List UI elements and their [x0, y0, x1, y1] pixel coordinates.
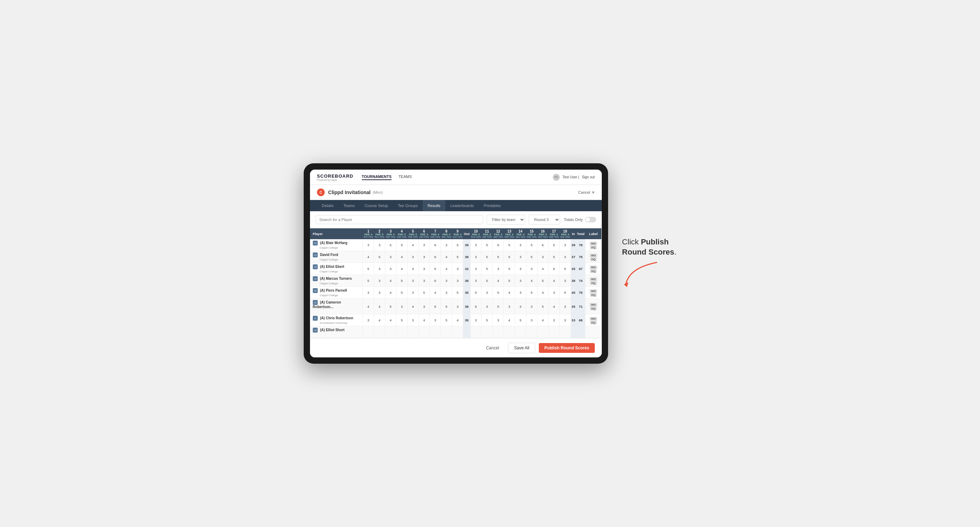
- hole-17-score[interactable]: 3: [548, 314, 560, 326]
- dq-badge[interactable]: DQ: [590, 293, 597, 297]
- totals-toggle-switch[interactable]: [585, 217, 596, 222]
- hole-2-score[interactable]: 3: [374, 275, 385, 287]
- hole-12-score[interactable]: 5: [493, 251, 504, 263]
- hole-4-score[interactable]: 4: [396, 251, 407, 263]
- hole-11-score[interactable]: 3: [481, 287, 493, 298]
- hole-1-score[interactable]: 4: [363, 298, 374, 314]
- hole-4-score[interactable]: 5: [396, 275, 407, 287]
- hole-2-score[interactable]: 4: [374, 314, 385, 326]
- hole-4-score[interactable]: 4: [396, 263, 407, 275]
- hole-11-score[interactable]: 5: [481, 239, 493, 251]
- hole-9-score[interactable]: 3: [452, 263, 463, 275]
- hole-8-score[interactable]: 5: [441, 298, 452, 314]
- hole-6-score[interactable]: [418, 326, 430, 338]
- hole-17-score[interactable]: 6: [548, 263, 560, 275]
- hole-17-score[interactable]: 4: [548, 298, 560, 314]
- hole-8-score[interactable]: 3: [441, 287, 452, 298]
- hole-5-score[interactable]: 3: [407, 263, 418, 275]
- hole-2-score[interactable]: [374, 326, 385, 338]
- hole-16-score[interactable]: 4: [537, 263, 548, 275]
- hole-10-score[interactable]: 3: [470, 314, 481, 326]
- hole-10-score[interactable]: 3: [470, 275, 481, 287]
- hole-5-score[interactable]: 3: [407, 314, 418, 326]
- hole-16-score[interactable]: 4: [537, 287, 548, 298]
- wd-badge[interactable]: WD: [590, 303, 597, 307]
- tab-course-setup[interactable]: Course Setup: [360, 200, 393, 211]
- hole-16-score[interactable]: 3: [537, 251, 548, 263]
- cancel-button[interactable]: Cancel: [480, 343, 504, 353]
- hole-9-score[interactable]: [452, 326, 463, 338]
- hole-14-score[interactable]: 3: [515, 298, 526, 314]
- hole-12-score[interactable]: 5: [493, 287, 504, 298]
- hole-12-score[interactable]: 3: [493, 314, 504, 326]
- hole-2-score[interactable]: 6: [374, 251, 385, 263]
- dq-badge[interactable]: DQ: [590, 281, 597, 285]
- hole-13-score[interactable]: 4: [504, 314, 515, 326]
- hole-7-score[interactable]: 5: [430, 263, 441, 275]
- hole-5-score[interactable]: 3: [407, 251, 418, 263]
- round-select[interactable]: Round 3: [529, 215, 560, 224]
- hole-4-score[interactable]: 5: [396, 239, 407, 251]
- hole-8-score[interactable]: 5: [441, 314, 452, 326]
- hole-7-score[interactable]: 6: [430, 251, 441, 263]
- hole-8-score[interactable]: 3: [441, 239, 452, 251]
- hole-18-score[interactable]: [560, 326, 571, 338]
- hole-15-score[interactable]: [526, 326, 538, 338]
- hole-13-score[interactable]: 5: [504, 263, 515, 275]
- hole-2-score[interactable]: 4: [374, 298, 385, 314]
- hole-14-score[interactable]: 3: [515, 263, 526, 275]
- dq-badge[interactable]: DQ: [590, 246, 597, 249]
- hole-12-score[interactable]: 5: [493, 298, 504, 314]
- hole-6-score[interactable]: 5: [418, 287, 430, 298]
- publish-round-scores-button[interactable]: Publish Round Scores: [539, 343, 595, 353]
- hole-9-score[interactable]: 5: [452, 239, 463, 251]
- hole-3-score[interactable]: 5: [385, 298, 396, 314]
- hole-3-score[interactable]: 3: [385, 263, 396, 275]
- hole-17-score[interactable]: 4: [548, 275, 560, 287]
- hole-15-score[interactable]: 4: [526, 275, 538, 287]
- hole-4-score[interactable]: 5: [396, 287, 407, 298]
- wd-badge[interactable]: WD: [590, 265, 597, 269]
- hole-3-score[interactable]: [385, 326, 396, 338]
- dq-badge[interactable]: DQ: [590, 321, 597, 324]
- hole-7-score[interactable]: 6: [430, 275, 441, 287]
- hole-10-score[interactable]: 5: [470, 287, 481, 298]
- hole-3-score[interactable]: 3: [385, 251, 396, 263]
- save-all-button[interactable]: Save All: [508, 343, 535, 353]
- hole-8-score[interactable]: 4: [441, 251, 452, 263]
- cancel-top-button[interactable]: Cancel ✕: [578, 190, 595, 195]
- dq-badge[interactable]: DQ: [590, 257, 597, 261]
- hole-10-score[interactable]: 6: [470, 298, 481, 314]
- hole-5-score[interactable]: 4: [407, 239, 418, 251]
- hole-10-score[interactable]: 3: [470, 263, 481, 275]
- hole-5-score[interactable]: [407, 326, 418, 338]
- tab-results[interactable]: Results: [423, 200, 445, 211]
- wd-badge[interactable]: WD: [590, 242, 597, 246]
- hole-2-score[interactable]: 3: [374, 263, 385, 275]
- hole-8-score[interactable]: 4: [441, 263, 452, 275]
- hole-18-score[interactable]: 5: [560, 287, 571, 298]
- hole-15-score[interactable]: 3: [526, 314, 538, 326]
- hole-11-score[interactable]: [481, 326, 493, 338]
- hole-6-score[interactable]: 4: [418, 314, 430, 326]
- hole-18-score[interactable]: 3: [560, 298, 571, 314]
- hole-6-score[interactable]: 3: [418, 239, 430, 251]
- hole-15-score[interactable]: 5: [526, 239, 538, 251]
- hole-18-score[interactable]: 3: [560, 275, 571, 287]
- tab-printables[interactable]: Printables: [479, 200, 506, 211]
- hole-15-score[interactable]: 3: [526, 263, 538, 275]
- dq-badge[interactable]: DQ: [590, 269, 597, 273]
- hole-2-score[interactable]: 3: [374, 287, 385, 298]
- hole-11-score[interactable]: 3: [481, 298, 493, 314]
- hole-14-score[interactable]: 3: [515, 275, 526, 287]
- hole-9-score[interactable]: 4: [452, 314, 463, 326]
- hole-14-score[interactable]: [515, 326, 526, 338]
- hole-17-score[interactable]: [548, 326, 560, 338]
- hole-4-score[interactable]: 3: [396, 298, 407, 314]
- hole-3-score[interactable]: 4: [385, 314, 396, 326]
- hole-15-score[interactable]: 5: [526, 287, 538, 298]
- hole-1-score[interactable]: 3: [363, 314, 374, 326]
- filter-team-select[interactable]: Filter by team: [487, 215, 525, 224]
- wd-badge[interactable]: WD: [590, 277, 597, 281]
- hole-7-score[interactable]: [430, 326, 441, 338]
